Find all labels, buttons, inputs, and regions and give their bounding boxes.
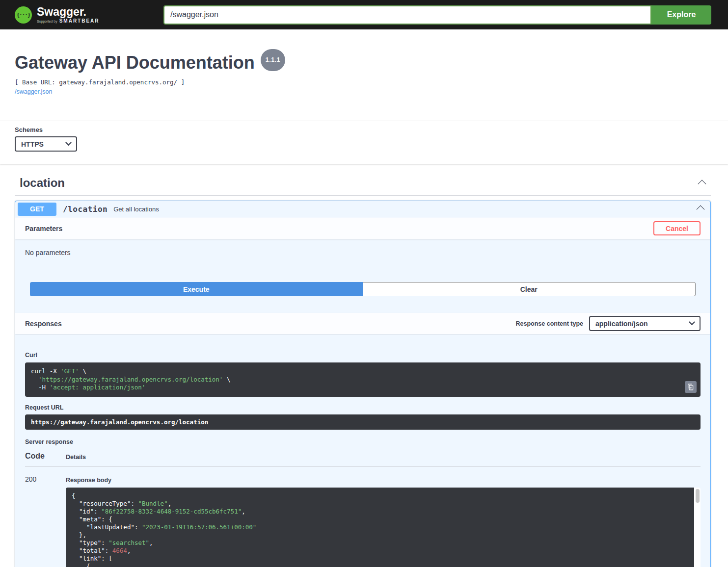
responses-body: Curl curl -X 'GET' \ 'https://gateway.fa… (15, 334, 710, 567)
operation-path: /location (63, 205, 108, 214)
response-body-scrollbar[interactable] (694, 488, 701, 567)
curl-label: Curl (25, 352, 37, 359)
parameters-body: No parameters (15, 239, 710, 257)
details-column-header: Details (66, 454, 86, 461)
clear-button[interactable]: Clear (363, 282, 696, 296)
spec-url-input[interactable] (163, 5, 651, 25)
scrollbar-thumb[interactable] (696, 489, 700, 503)
schemes-selected-value: HTTPS (21, 140, 44, 148)
response-body-label: Response body (66, 477, 111, 484)
operation-summary-text: Get all locations (113, 206, 159, 213)
parameters-title: Parameters (25, 225, 62, 232)
swagger-logo-text: Swagger. (37, 6, 100, 18)
chevron-down-icon (65, 139, 72, 146)
api-title-text: Gateway API Documentation (15, 52, 255, 73)
download-url-form: Explore (163, 5, 711, 25)
execute-wrapper: Execute Clear (15, 282, 710, 296)
execute-button[interactable]: Execute (30, 282, 363, 296)
scheme-container: Schemes HTTPS (0, 121, 728, 164)
schemes-select[interactable]: HTTPS (15, 136, 77, 152)
explore-button[interactable]: Explore (651, 5, 711, 25)
responses-title: Responses (25, 320, 62, 328)
curl-command: curl -X 'GET' \ 'https://gateway.farajal… (25, 362, 701, 397)
swagger-logo-icon: {···} (15, 6, 32, 24)
topbar: {···} Swagger. Supported by SMARTBEAR Ex… (0, 0, 728, 29)
copy-to-clipboard-icon (687, 384, 694, 390)
schemes-label: Schemes (15, 126, 713, 133)
tagline-prefix: Supported by (37, 20, 57, 23)
status-code: 200 (25, 475, 66, 567)
operation-summary[interactable]: GET /location Get all locations (15, 201, 710, 217)
request-url-label: Request URL (25, 404, 701, 411)
method-badge-get: GET (18, 203, 56, 216)
response-content-type-select[interactable]: application/json (589, 316, 701, 331)
tag-section-header[interactable]: location (15, 176, 711, 196)
smartbear-brand: SMARTBEAR (59, 18, 100, 24)
opblock-get-location: GET /location Get all locations Paramete… (15, 201, 711, 567)
collapse-operation-chevron-up-icon[interactable] (697, 206, 705, 214)
page-title: Gateway API Documentation1.1.1 (15, 53, 713, 75)
info-section: Gateway API Documentation1.1.1 [ Base UR… (0, 29, 728, 96)
parameters-header: Parameters Cancel (15, 217, 710, 239)
swagger-logo[interactable]: {···} Swagger. Supported by SMARTBEAR (15, 6, 100, 24)
version-badge: 1.1.1 (261, 49, 285, 71)
server-response-label: Server response (25, 438, 701, 445)
cancel-button[interactable]: Cancel (653, 221, 701, 235)
copy-to-clipboard-button[interactable] (685, 381, 697, 393)
no-parameters-text: No parameters (25, 249, 701, 257)
spec-link[interactable]: /swagger.json (15, 88, 52, 95)
collapse-tag-chevron-up-icon[interactable] (698, 180, 706, 188)
chevron-down-icon (689, 319, 695, 325)
base-url: [ Base URL: gateway.farajaland.opencrvs.… (15, 78, 713, 86)
tag-title: location (20, 176, 65, 190)
code-column-header: Code (25, 452, 66, 461)
request-url-value: https://gateway.farajaland.opencrvs.org/… (25, 414, 701, 430)
responses-header: Responses Response content type applicat… (15, 313, 710, 334)
response-table-header: Code Details (25, 452, 701, 467)
response-content-type-label: Response content type (515, 320, 583, 327)
response-body-json: { "resourceType": "Bundle", "id": "86f22… (66, 488, 694, 567)
response-row-200: 200 Response body { "resourceType": "Bun… (25, 467, 701, 567)
server-response-table: Code Details 200 Response body { "resour… (25, 452, 701, 567)
content-type-selected-value: application/json (595, 320, 648, 328)
